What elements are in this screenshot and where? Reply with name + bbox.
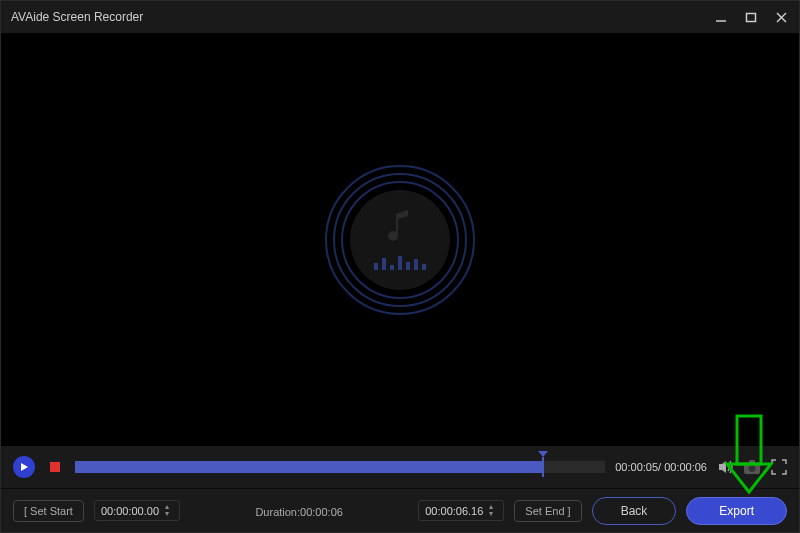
export-button[interactable]: Export	[686, 497, 787, 525]
minimize-button[interactable]	[713, 9, 729, 25]
back-button[interactable]: Back	[592, 497, 677, 525]
svg-marker-4	[21, 463, 28, 471]
time-display: 00:00:05/ 00:00:06	[615, 461, 707, 473]
set-end-button[interactable]: Set End ]	[514, 500, 581, 522]
clip-controls: [ Set Start 00:00:00.00 ▴▾ Duration:00:0…	[1, 488, 799, 532]
titlebar: AVAide Screen Recorder	[1, 1, 799, 33]
stop-button[interactable]	[45, 457, 65, 477]
svg-rect-1	[747, 14, 756, 22]
window-controls	[713, 9, 789, 25]
chevron-down-icon[interactable]: ▾	[489, 511, 497, 517]
close-button[interactable]	[773, 9, 789, 25]
chevron-down-icon[interactable]: ▾	[165, 511, 173, 517]
preview-area	[1, 33, 799, 446]
audio-visualizer	[325, 165, 475, 315]
svg-point-8	[749, 465, 756, 472]
end-time-input[interactable]: 00:00:06.16 ▴▾	[418, 500, 504, 521]
volume-icon[interactable]	[717, 459, 735, 475]
svg-rect-7	[749, 460, 755, 464]
start-time-input[interactable]: 00:00:00.00 ▴▾	[94, 500, 180, 521]
snapshot-button[interactable]	[743, 459, 763, 475]
app-title: AVAide Screen Recorder	[11, 10, 713, 24]
svg-rect-5	[50, 462, 60, 472]
timeline-slider[interactable]	[75, 461, 605, 473]
maximize-button[interactable]	[743, 9, 759, 25]
set-start-button[interactable]: [ Set Start	[13, 500, 84, 522]
fullscreen-button[interactable]	[771, 459, 787, 475]
duration-label: Duration:00:00:06	[255, 506, 342, 518]
playback-controls: 00:00:05/ 00:00:06	[1, 446, 799, 488]
play-button[interactable]	[13, 456, 35, 478]
